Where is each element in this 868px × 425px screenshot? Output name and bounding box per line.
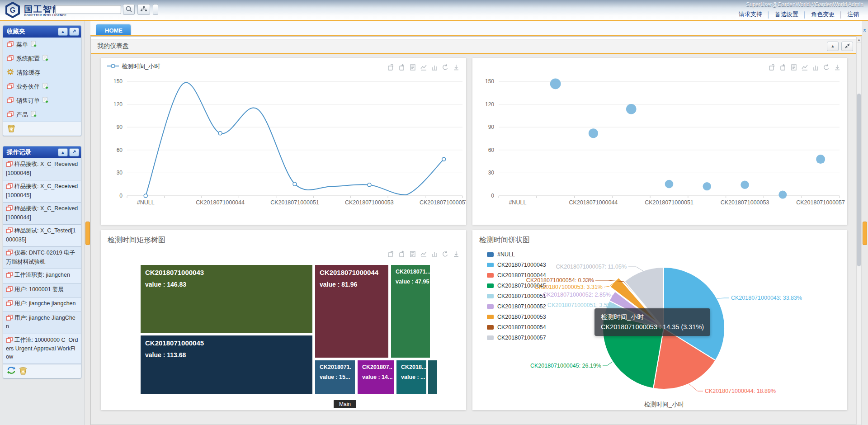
- left-splitter: [85, 21, 90, 425]
- add-shortcut-icon[interactable]: [42, 83, 49, 91]
- history-collapse-button[interactable]: ▲: [58, 148, 68, 156]
- favorites-item-0[interactable]: 菜单: [3, 38, 81, 52]
- history-item-6[interactable]: 用户: 1000001 姜晨: [3, 283, 81, 298]
- treemap-cell-7[interactable]: [428, 360, 437, 394]
- scatter-point[interactable]: [589, 128, 598, 138]
- toolbox-zoom-icon[interactable]: [387, 250, 395, 258]
- favorites-item-1[interactable]: 系统配置: [3, 52, 81, 66]
- right-splitter-handle[interactable]: [863, 222, 867, 245]
- top-link-2[interactable]: 角色变更: [807, 10, 839, 19]
- toolbox-line-icon[interactable]: [420, 250, 427, 258]
- top-link-3[interactable]: 注销: [843, 10, 863, 19]
- history-item-label: 样品接收: X_C_Received[1000044]: [6, 205, 78, 221]
- treemap-cell-6[interactable]: CK2018...value : ...: [396, 360, 426, 394]
- refresh-icon[interactable]: [7, 366, 16, 376]
- history-item-0[interactable]: 样品接收: X_C_Received[1000046]: [3, 158, 81, 180]
- history-item-3[interactable]: 样品测试: X_C_Tested[1000035]: [3, 225, 81, 247]
- toolbox-refresh-icon[interactable]: [442, 250, 449, 258]
- scrollbar-thumb[interactable]: [857, 94, 861, 266]
- line-marker[interactable]: [368, 183, 371, 187]
- right-collapse-chevron[interactable]: «: [861, 28, 868, 33]
- top-link-0[interactable]: 请求支持: [734, 10, 767, 19]
- treemap-cell-name: CK2018071000043: [145, 269, 308, 276]
- scatter-point[interactable]: [741, 180, 749, 189]
- toolbox-restore-icon[interactable]: [398, 250, 406, 258]
- search-input[interactable]: [55, 5, 121, 14]
- window-icon: [6, 162, 13, 168]
- line-marker[interactable]: [218, 132, 222, 135]
- header-collapsed-button[interactable]: [153, 4, 158, 15]
- trash-icon[interactable]: [19, 366, 28, 377]
- y-axis-tick: 30: [488, 170, 495, 176]
- favorites-collapse-button[interactable]: ▲: [58, 28, 68, 36]
- treemap-cell-4[interactable]: CK2018071.value : 15...: [315, 360, 355, 394]
- scatter-point[interactable]: [816, 155, 825, 164]
- history-item-9[interactable]: 工作流: 10000000 C_Orders Urgent Approval W…: [3, 334, 81, 364]
- favorites-item-label: 产品: [16, 111, 28, 119]
- dashboard: 检测时间_小时 0306090120150#NULLCK201807100004…: [91, 54, 856, 425]
- menu-tree-button[interactable]: [137, 4, 150, 15]
- scrollbar-up-arrow[interactable]: ▲: [857, 37, 861, 43]
- favorites-panel: 收藏夹 ▲ 菜单系统配置清除缓存业务伙伴销售订单产品: [3, 25, 81, 136]
- scatter-point[interactable]: [626, 104, 637, 114]
- vertical-scrollbar[interactable]: ▲: [856, 36, 862, 425]
- pie-label: CK2018071000045: 26.19%: [530, 363, 601, 369]
- treemap-cell-name: CK2018...: [401, 364, 422, 370]
- scatter-chart: 0306090120150#NULLCK2018071000044CK20180…: [472, 58, 847, 225]
- toolbox-bar-icon[interactable]: [431, 250, 438, 258]
- collapse-arrows-icon: [844, 43, 850, 50]
- content-frame: 我的仪表盘 ▲ 检测时间_小时 0306090120150#NULLCK2018…: [90, 36, 856, 425]
- treemap-cell-5[interactable]: CK201807..value : 14...: [358, 360, 394, 394]
- y-axis-tick: 90: [488, 124, 495, 130]
- toolbox-dataview-icon[interactable]: [409, 250, 416, 258]
- favorites-item-5[interactable]: 产品: [3, 108, 81, 122]
- add-shortcut-icon[interactable]: [31, 111, 37, 119]
- favorites-item-label: 业务伙伴: [16, 83, 40, 91]
- window-icon: [6, 228, 13, 235]
- scatter-point[interactable]: [703, 182, 711, 190]
- favorites-item-2[interactable]: 清除缓存: [3, 66, 81, 80]
- dashboard-restore-button[interactable]: [841, 42, 853, 51]
- add-shortcut-icon[interactable]: [42, 97, 49, 105]
- favorites-expand-button[interactable]: [69, 28, 79, 36]
- window-icon: [7, 41, 14, 48]
- line-marker[interactable]: [144, 194, 147, 198]
- line-series: [146, 82, 444, 196]
- favorites-item-3[interactable]: 业务伙伴: [3, 80, 81, 94]
- pie-series-name: 检测时间_小时: [632, 401, 696, 409]
- toolbox-download-icon[interactable]: [453, 250, 460, 258]
- add-shortcut-icon[interactable]: [31, 41, 37, 49]
- history-expand-button[interactable]: [69, 148, 79, 156]
- trash-icon[interactable]: [7, 124, 16, 134]
- history-item-8[interactable]: 用户: jiangche JiangChen: [3, 312, 81, 334]
- line-marker[interactable]: [293, 182, 297, 186]
- history-item-2[interactable]: 样品接收: X_C_Received[1000044]: [3, 203, 81, 225]
- treemap-cell-3[interactable]: CK2018071...value : 47.95: [391, 265, 430, 358]
- x-axis-label: CK2018071000053: [345, 199, 394, 206]
- top-link-1[interactable]: 首选设置: [770, 10, 803, 19]
- dashboard-header: 我的仪表盘 ▲: [91, 39, 856, 54]
- pie-label: CK2018071000057: 11.05%: [556, 264, 627, 270]
- history-item-5[interactable]: 工作流职责: jiangchen: [3, 269, 81, 283]
- history-item-7[interactable]: 用户: jiangche jiangchen: [3, 298, 81, 312]
- treemap-cell-2[interactable]: CK2018071000044value : 81.96: [315, 265, 388, 358]
- add-shortcut-icon[interactable]: [42, 55, 49, 63]
- scatter-point[interactable]: [778, 191, 787, 199]
- search-button[interactable]: [123, 4, 135, 15]
- line-marker[interactable]: [442, 157, 446, 161]
- tab-home[interactable]: HOME: [96, 24, 131, 36]
- left-splitter-handle[interactable]: [85, 222, 90, 245]
- scatter-point[interactable]: [550, 78, 561, 89]
- favorites-item-4[interactable]: 销售订单: [3, 94, 81, 108]
- treemap-breadcrumb[interactable]: Main: [334, 400, 356, 408]
- x-axis-label: CK2018071000044: [569, 199, 618, 206]
- dashboard-collapse-button[interactable]: ▲: [827, 42, 839, 51]
- history-item-4[interactable]: 仪器: DNTC-02019 电子万能材料试验机: [3, 247, 81, 269]
- treemap-cell-0[interactable]: CK2018071000043value : 146.83: [141, 265, 312, 333]
- history-item-1[interactable]: 样品接收: X_C_Received[1000045]: [3, 180, 81, 203]
- treemap-cell-1[interactable]: CK2018071000045value : 113.68: [141, 335, 312, 394]
- treemap-title: 检测时间矩形树图: [108, 236, 165, 245]
- history-item-label: 样品测试: X_C_Tested[1000035]: [6, 227, 75, 243]
- scatter-point[interactable]: [665, 180, 674, 189]
- pie-tooltip: 检测时间_小时 CK2018071000053 : 14.35 (3.31%): [594, 308, 710, 336]
